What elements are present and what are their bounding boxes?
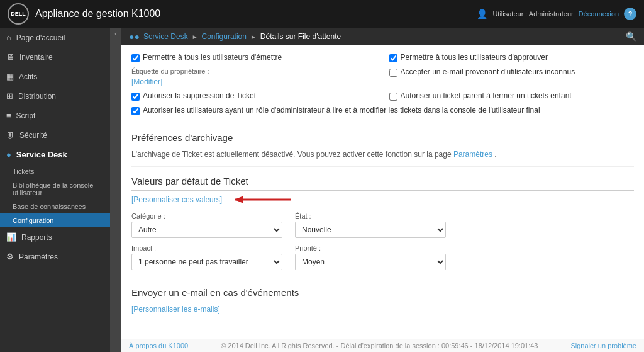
sidebar-item-label: Rapports: [21, 233, 52, 242]
reports-icon: 📊: [6, 232, 16, 242]
archivage-text2: .: [494, 150, 496, 159]
sidebar-item-label: Paramètres: [19, 253, 58, 261]
sidebar-sub-bibliotheque[interactable]: Bibliothèque de la console utilisateur: [0, 178, 121, 200]
sidebar-item-servicedesk[interactable]: ● Service Desk: [0, 145, 121, 164]
checkbox-approuver[interactable]: [389, 54, 397, 62]
footer-copyright: © 2014 Dell Inc. All Rights Reserved. - …: [221, 342, 538, 349]
impact-label: Impact :: [131, 244, 282, 252]
box-icon: ▦: [6, 72, 14, 81]
field-impact: Impact : 1 personne ne peut pas travaill…: [131, 244, 282, 270]
proprietaire-field-label: Étiquette du propriétaire :: [131, 67, 209, 75]
sidebar-item-label: Sécurité: [19, 131, 47, 140]
ticket-defaults-form: Catégorie : Autre État : Nouvelle Impact…: [131, 212, 446, 270]
personnaliser-row: [Personnaliser ces valeurs]: [131, 193, 634, 206]
search-button[interactable]: 🔍: [626, 31, 636, 42]
sidebar-item-securite[interactable]: ⛨ Sécurité: [0, 125, 121, 145]
logout-link[interactable]: Déconnexion: [579, 10, 619, 18]
top-header: DELL Appliance de gestion K1000 👤 Utilis…: [0, 0, 644, 28]
sidebar-item-distribution[interactable]: ⊞ Distribution: [0, 86, 121, 106]
sidebar-item-parametres[interactable]: ⚙ Paramètres: [0, 247, 121, 266]
parametres-link[interactable]: Paramètres: [453, 150, 492, 159]
breadcrumb-configuration[interactable]: Configuration: [202, 32, 247, 41]
monitor-icon: 🖥: [6, 52, 14, 62]
field-etat: État : Nouvelle: [295, 212, 446, 238]
home-icon: ⌂: [6, 33, 11, 42]
impact-select[interactable]: 1 personne ne peut pas travailler: [131, 254, 282, 270]
field-categorie: Catégorie : Autre: [131, 212, 282, 238]
dell-logo: DELL: [8, 3, 29, 25]
sidebar-sub-base-connaissances[interactable]: Base de connaissances: [0, 200, 121, 213]
check-col-right-3: Autoriser un ticket parent à fermer un t…: [389, 91, 635, 101]
checkbox-accepter-email-label: Accepter un e-mail provenant d'utilisate…: [401, 67, 575, 76]
main-layout: ‹ ⌂ Page d'accueil 🖥 Inventaire ▦ Actifs…: [0, 28, 644, 352]
app-title: Appliance de gestion K1000: [35, 8, 477, 20]
servicedesk-icon: ●: [6, 150, 11, 159]
ticket-defaults-title: Valeurs par défaut de Ticket: [131, 176, 634, 191]
script-icon: ≡: [6, 111, 11, 120]
etat-label: État :: [295, 212, 446, 220]
sidebar-item-label: Script: [16, 111, 36, 120]
user-icon: 👤: [477, 9, 487, 19]
sidebar-item-script[interactable]: ≡ Script: [0, 106, 121, 125]
red-arrow-icon: [228, 193, 304, 206]
archivage-section-title: Préférences d'archivage: [131, 132, 634, 147]
sidebar-item-label: Actifs: [19, 72, 37, 81]
categorie-select[interactable]: Autre: [131, 222, 282, 238]
chevron-left-icon: ‹: [114, 30, 116, 37]
checkbox-parent-fermer-label: Autoriser un ticket parent à fermer un t…: [401, 91, 572, 100]
checkbox-suppression[interactable]: [131, 93, 140, 101]
sidebar-item-label: Service Desk: [16, 150, 67, 159]
breadcrumb-bar: ● Service Desk ► Configuration ► Détails…: [121, 28, 644, 45]
report-problem-link[interactable]: Signaler un problème: [570, 342, 636, 349]
checkbox-row-4: Autoriser les utilisateurs ayant un rôle…: [131, 106, 634, 115]
divider-3: [131, 278, 634, 278]
help-button[interactable]: ?: [624, 8, 636, 20]
sidebar-sub-label: Tickets: [13, 167, 34, 175]
checkbox-emettre[interactable]: [131, 54, 140, 62]
checkbox-suppression-label: Autoriser la suppression de Ticket: [143, 91, 256, 100]
content-area: ● Service Desk ► Configuration ► Détails…: [121, 28, 644, 352]
personnaliser-emails-link[interactable]: [Personnaliser les e-mails]: [131, 305, 220, 314]
checkbox-admin-modifier[interactable]: [131, 107, 140, 115]
check-col-left-4: Autoriser les utilisateurs ayant un rôle…: [131, 106, 634, 115]
etat-select[interactable]: Nouvelle: [295, 222, 446, 238]
field-priorite: Priorité : Moyen: [295, 244, 446, 270]
check-col-left-3: Autoriser la suppression de Ticket: [131, 91, 377, 101]
personnaliser-link[interactable]: [Personnaliser ces valeurs]: [131, 195, 222, 204]
sidebar-item-label: Distribution: [18, 92, 56, 101]
priorite-select[interactable]: Moyen: [295, 254, 446, 270]
user-label: Utilisateur : Administrateur: [492, 10, 573, 18]
modifier-link[interactable]: [Modifier]: [131, 77, 162, 86]
sidebar-item-label: Page d'accueil: [16, 33, 65, 42]
breadcrumb: ● Service Desk ► Configuration ► Détails…: [129, 31, 341, 42]
checkbox-row-2: Étiquette du propriétaire : [Modifier] A…: [131, 67, 634, 86]
checkbox-parent-fermer[interactable]: [389, 93, 397, 101]
sidebar-collapse-button[interactable]: ‹: [110, 28, 121, 352]
breadcrumb-sep1: ►: [192, 33, 198, 40]
sidebar-item-inventaire[interactable]: 🖥 Inventaire: [0, 47, 121, 67]
sidebar-item-rapports[interactable]: 📊 Rapports: [0, 227, 121, 247]
sidebar: ‹ ⌂ Page d'accueil 🖥 Inventaire ▦ Actifs…: [0, 28, 121, 352]
archivage-text: L'archivage de Ticket est actuellement d…: [131, 150, 452, 159]
search-icon: 🔍: [626, 31, 636, 42]
checkbox-emettre-label: Permettre à tous les utilisateurs d'émet…: [143, 53, 282, 62]
check-col-right-1: Permettre à tous les utilisateurs d'appr…: [389, 53, 635, 62]
check-col-left-1: Permettre à tous les utilisateurs d'émet…: [131, 53, 377, 62]
sidebar-sub-label: Configuration: [13, 217, 53, 224]
about-link[interactable]: À propos du K1000: [129, 342, 188, 349]
sidebar-sub-configuration[interactable]: Configuration: [0, 213, 121, 227]
checkbox-approuver-label: Permettre à tous les utilisateurs d'appr…: [401, 53, 548, 62]
checkbox-accepter-email[interactable]: [389, 69, 397, 77]
email-events-title: Envoyer un e-mail en cas d'événements: [131, 287, 634, 302]
sidebar-item-label: Inventaire: [19, 53, 53, 62]
page-content: Permettre à tous les utilisateurs d'émet…: [121, 45, 644, 339]
distribution-icon: ⊞: [6, 91, 13, 101]
priorite-label: Priorité :: [295, 244, 446, 252]
sidebar-item-accueil[interactable]: ⌂ Page d'accueil: [0, 28, 121, 47]
svg-marker-1: [235, 196, 243, 203]
sidebar-sub-tickets[interactable]: Tickets: [0, 164, 121, 178]
archivage-section-text: L'archivage de Ticket est actuellement d…: [131, 150, 634, 159]
settings-icon: ⚙: [6, 252, 14, 261]
sidebar-item-actifs[interactable]: ▦ Actifs: [0, 67, 121, 86]
breadcrumb-servicedesk[interactable]: Service Desk: [143, 32, 188, 41]
